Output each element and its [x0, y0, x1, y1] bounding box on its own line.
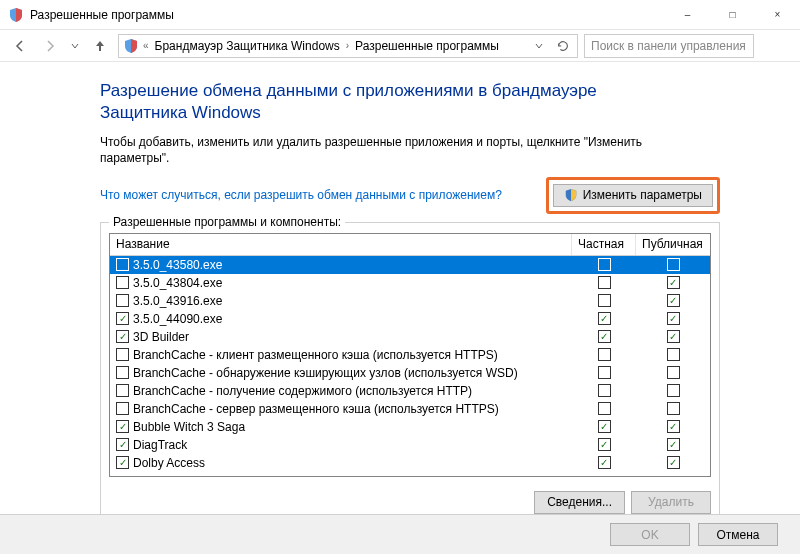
enable-checkbox[interactable] — [116, 402, 129, 415]
table-row[interactable]: 3.5.0_43916.exe✓ — [110, 292, 710, 310]
details-button[interactable]: Сведения... — [534, 491, 625, 514]
table-row[interactable]: BranchCache - сервер размещенного кэша (… — [110, 400, 710, 418]
enable-checkbox[interactable] — [116, 258, 129, 271]
breadcrumb-item[interactable]: Брандмауэр Защитника Windows — [153, 39, 342, 53]
public-checkbox[interactable]: ✓ — [667, 312, 680, 325]
app-name: 3.5.0_43916.exe — [133, 294, 222, 308]
highlight-box: Изменить параметры — [546, 177, 720, 214]
table-row[interactable]: ✓Dolby Access✓✓ — [110, 454, 710, 472]
private-checkbox[interactable]: ✓ — [598, 312, 611, 325]
recent-dropdown[interactable] — [68, 34, 82, 58]
app-name: BranchCache - обнаружение кэширующих узл… — [133, 366, 518, 380]
enable-checkbox[interactable] — [116, 276, 129, 289]
help-link[interactable]: Что может случиться, если разрешить обме… — [100, 188, 502, 202]
group-label: Разрешенные программы и компоненты: — [109, 215, 345, 229]
public-checkbox[interactable]: ✓ — [667, 456, 680, 469]
app-name: Dolby Access — [133, 456, 205, 470]
dialog-footer: OK Отмена — [0, 514, 800, 554]
table-row[interactable]: BranchCache - клиент размещенного кэша (… — [110, 346, 710, 364]
table-row[interactable]: ✓3D Builder✓✓ — [110, 328, 710, 346]
list-body[interactable]: 3.5.0_43580.exe3.5.0_43804.exe✓3.5.0_439… — [110, 256, 710, 476]
table-row[interactable]: ✓DiagTrack✓✓ — [110, 436, 710, 454]
breadcrumb-sep: › — [346, 40, 349, 51]
page-heading: Разрешение обмена данными с приложениями… — [100, 80, 640, 124]
private-checkbox[interactable]: ✓ — [598, 438, 611, 451]
cancel-button[interactable]: Отмена — [698, 523, 778, 546]
app-name: 3D Builder — [133, 330, 189, 344]
private-checkbox[interactable] — [598, 384, 611, 397]
table-row[interactable]: 3.5.0_43580.exe — [110, 256, 710, 274]
content: Разрешение обмена данными с приложениями… — [0, 62, 800, 554]
enable-checkbox[interactable]: ✓ — [116, 420, 129, 433]
app-name: Bubble Witch 3 Saga — [133, 420, 245, 434]
breadcrumb-item[interactable]: Разрешенные программы — [353, 39, 501, 53]
enable-checkbox[interactable] — [116, 294, 129, 307]
enable-checkbox[interactable] — [116, 366, 129, 379]
shield-icon — [123, 38, 139, 54]
app-name: DiagTrack — [133, 438, 187, 452]
breadcrumb-sep: « — [143, 40, 149, 51]
page-subtext: Чтобы добавить, изменить или удалить раз… — [100, 134, 660, 166]
private-checkbox[interactable] — [598, 348, 611, 361]
enable-checkbox[interactable]: ✓ — [116, 330, 129, 343]
chevron-down-icon[interactable] — [529, 36, 549, 56]
app-name: 3.5.0_43580.exe — [133, 258, 222, 272]
allowed-apps-group: Разрешенные программы и компоненты: Назв… — [100, 222, 720, 525]
public-checkbox[interactable] — [667, 384, 680, 397]
navbar: « Брандмауэр Защитника Windows › Разреше… — [0, 30, 800, 62]
up-button[interactable] — [88, 34, 112, 58]
search-placeholder: Поиск в панели управления — [591, 39, 746, 53]
minimize-button[interactable]: – — [665, 0, 710, 29]
public-checkbox[interactable] — [667, 258, 680, 271]
public-checkbox[interactable]: ✓ — [667, 276, 680, 289]
ok-button[interactable]: OK — [610, 523, 690, 546]
table-row[interactable]: 3.5.0_43804.exe✓ — [110, 274, 710, 292]
window-title: Разрешенные программы — [30, 8, 665, 22]
app-name: 3.5.0_43804.exe — [133, 276, 222, 290]
remove-button[interactable]: Удалить — [631, 491, 711, 514]
public-checkbox[interactable]: ✓ — [667, 420, 680, 433]
table-row[interactable]: BranchCache - обнаружение кэширующих узл… — [110, 364, 710, 382]
enable-checkbox[interactable]: ✓ — [116, 312, 129, 325]
back-button[interactable] — [8, 34, 32, 58]
change-settings-button[interactable]: Изменить параметры — [553, 184, 713, 207]
window-controls: – □ × — [665, 0, 800, 29]
column-public[interactable]: Публичная — [636, 234, 710, 255]
enable-checkbox[interactable] — [116, 384, 129, 397]
search-input[interactable]: Поиск в панели управления — [584, 34, 754, 58]
enable-checkbox[interactable]: ✓ — [116, 456, 129, 469]
table-row[interactable]: ✓3.5.0_44090.exe✓✓ — [110, 310, 710, 328]
public-checkbox[interactable]: ✓ — [667, 438, 680, 451]
public-checkbox[interactable] — [667, 402, 680, 415]
column-name[interactable]: Название — [110, 234, 572, 255]
public-checkbox[interactable] — [667, 348, 680, 361]
app-name: 3.5.0_44090.exe — [133, 312, 222, 326]
private-checkbox[interactable] — [598, 258, 611, 271]
private-checkbox[interactable] — [598, 366, 611, 379]
private-checkbox[interactable]: ✓ — [598, 456, 611, 469]
list-header: Название Частная Публичная — [110, 234, 710, 256]
enable-checkbox[interactable] — [116, 348, 129, 361]
private-checkbox[interactable]: ✓ — [598, 330, 611, 343]
private-checkbox[interactable]: ✓ — [598, 420, 611, 433]
private-checkbox[interactable] — [598, 294, 611, 307]
public-checkbox[interactable] — [667, 366, 680, 379]
titlebar: Разрешенные программы – □ × — [0, 0, 800, 30]
private-checkbox[interactable] — [598, 402, 611, 415]
table-row[interactable]: BranchCache - получение содержимого (исп… — [110, 382, 710, 400]
maximize-button[interactable]: □ — [710, 0, 755, 29]
column-private[interactable]: Частная — [572, 234, 636, 255]
app-name: BranchCache - клиент размещенного кэша (… — [133, 348, 498, 362]
refresh-icon[interactable] — [553, 36, 573, 56]
change-settings-label: Изменить параметры — [583, 188, 702, 202]
table-row[interactable]: ✓Bubble Witch 3 Saga✓✓ — [110, 418, 710, 436]
enable-checkbox[interactable]: ✓ — [116, 438, 129, 451]
apps-list: Название Частная Публичная 3.5.0_43580.e… — [109, 233, 711, 477]
shield-icon — [8, 7, 24, 23]
private-checkbox[interactable] — [598, 276, 611, 289]
forward-button[interactable] — [38, 34, 62, 58]
public-checkbox[interactable]: ✓ — [667, 294, 680, 307]
public-checkbox[interactable]: ✓ — [667, 330, 680, 343]
breadcrumb[interactable]: « Брандмауэр Защитника Windows › Разреше… — [118, 34, 578, 58]
close-button[interactable]: × — [755, 0, 800, 29]
